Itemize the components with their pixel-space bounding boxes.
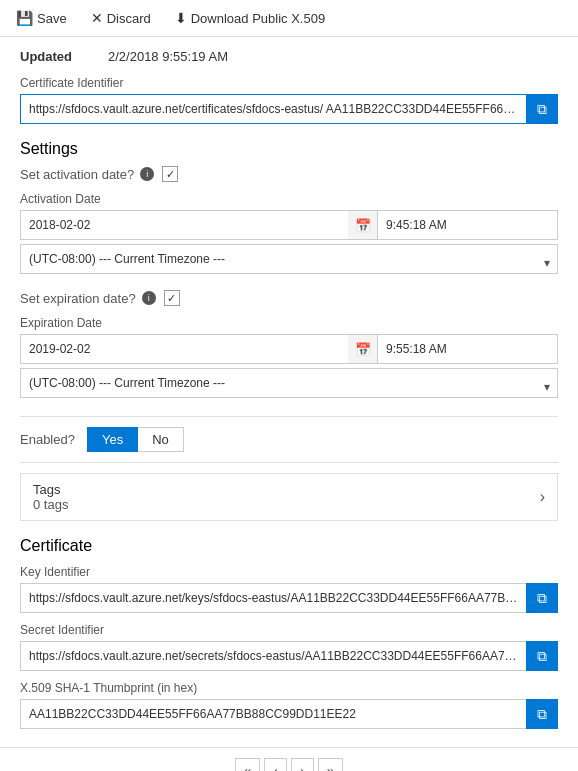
tags-content: Tags 0 tags [33, 482, 540, 512]
expiration-date-field-label: Expiration Date [20, 316, 558, 330]
discard-button[interactable]: ✕ Discard [87, 8, 155, 28]
sha1-copy-btn[interactable]: ⧉ [526, 699, 558, 729]
key-identifier-row: ⧉ [20, 583, 558, 613]
activation-date-toggle-row: Set activation date? i ✓ [20, 166, 558, 182]
meta-value: 2/2/2018 9:55:19 AM [108, 49, 228, 64]
enabled-toggle-row: Enabled? Yes No [20, 427, 558, 452]
cert-identifier-row: ⧉ [20, 94, 558, 124]
activation-calendar-btn[interactable]: 📅 [348, 210, 378, 240]
activation-date-time-row: 📅 [20, 210, 558, 240]
tags-chevron-right-icon: › [540, 488, 545, 506]
sha1-input[interactable] [20, 699, 526, 729]
toggle-group: Yes No [87, 427, 184, 452]
tags-row[interactable]: Tags 0 tags › [20, 473, 558, 521]
secret-identifier-input[interactable] [20, 641, 526, 671]
expiration-info-icon[interactable]: i [142, 291, 156, 305]
certificate-section-title: Certificate [20, 537, 558, 555]
copy-icon: ⧉ [537, 101, 547, 118]
activation-timezone-wrapper: (UTC-08:00) --- Current Timezone --- [20, 244, 558, 282]
enabled-divider [20, 416, 558, 417]
expiration-date-input[interactable] [20, 334, 348, 364]
key-identifier-label: Key Identifier [20, 565, 558, 579]
discard-label: Discard [107, 11, 151, 26]
enabled-label: Enabled? [20, 432, 75, 447]
activation-time-input[interactable] [378, 210, 558, 240]
download-button[interactable]: ⬇ Download Public X.509 [171, 8, 329, 28]
save-button[interactable]: 💾 Save [12, 8, 71, 28]
secret-identifier-row: ⧉ [20, 641, 558, 671]
meta-label: Updated [20, 49, 100, 64]
save-label: Save [37, 11, 67, 26]
expiration-timezone-select[interactable]: (UTC-08:00) --- Current Timezone --- [20, 368, 558, 398]
key-identifier-copy-btn[interactable]: ⧉ [526, 583, 558, 613]
meta-row: Updated 2/2/2018 9:55:19 AM [20, 49, 558, 64]
copy-sha1-icon: ⧉ [537, 706, 547, 723]
save-icon: 💾 [16, 10, 33, 26]
expiration-date-label: Set expiration date? [20, 291, 136, 306]
activation-date-field-label: Activation Date [20, 192, 558, 206]
bottom-nav: « ‹ › » [0, 747, 578, 771]
cert-identifier-input[interactable] [20, 94, 526, 124]
secret-identifier-label: Secret Identifier [20, 623, 558, 637]
expiration-date-checkbox[interactable]: ✓ [164, 290, 180, 306]
activation-timezone-select[interactable]: (UTC-08:00) --- Current Timezone --- [20, 244, 558, 274]
activation-date-input[interactable] [20, 210, 348, 240]
expiration-time-input[interactable] [378, 334, 558, 364]
expiration-timezone-wrapper: (UTC-08:00) --- Current Timezone --- [20, 368, 558, 406]
tags-count: 0 tags [33, 497, 540, 512]
main-content: Updated 2/2/2018 9:55:19 AM Certificate … [0, 37, 578, 747]
cert-identifier-copy-btn[interactable]: ⧉ [526, 94, 558, 124]
cert-identifier-label: Certificate Identifier [20, 76, 558, 90]
expiration-calendar-btn[interactable]: 📅 [348, 334, 378, 364]
enabled-yes-btn[interactable]: Yes [87, 427, 138, 452]
prev-page-btn[interactable]: ‹ [264, 758, 287, 771]
activation-info-icon[interactable]: i [140, 167, 154, 181]
activation-date-checkbox[interactable]: ✓ [162, 166, 178, 182]
expiration-date-toggle-row: Set expiration date? i ✓ [20, 290, 558, 306]
download-label: Download Public X.509 [191, 11, 325, 26]
discard-icon: ✕ [91, 10, 103, 26]
next-page-btn[interactable]: › [291, 758, 314, 771]
key-identifier-input[interactable] [20, 583, 526, 613]
copy-key-icon: ⧉ [537, 590, 547, 607]
calendar-icon: 📅 [355, 218, 371, 233]
secret-identifier-copy-btn[interactable]: ⧉ [526, 641, 558, 671]
download-icon: ⬇ [175, 10, 187, 26]
tags-title: Tags [33, 482, 540, 497]
first-page-btn[interactable]: « [235, 758, 261, 771]
settings-title: Settings [20, 140, 558, 158]
tags-divider [20, 462, 558, 463]
last-page-btn[interactable]: » [318, 758, 344, 771]
sha1-label: X.509 SHA-1 Thumbprint (in hex) [20, 681, 558, 695]
copy-secret-icon: ⧉ [537, 648, 547, 665]
calendar-icon-exp: 📅 [355, 342, 371, 357]
enabled-no-btn[interactable]: No [138, 427, 184, 452]
toolbar: 💾 Save ✕ Discard ⬇ Download Public X.509 [0, 0, 578, 37]
sha1-row: ⧉ [20, 699, 558, 729]
expiration-date-time-row: 📅 [20, 334, 558, 364]
activation-date-label: Set activation date? [20, 167, 134, 182]
